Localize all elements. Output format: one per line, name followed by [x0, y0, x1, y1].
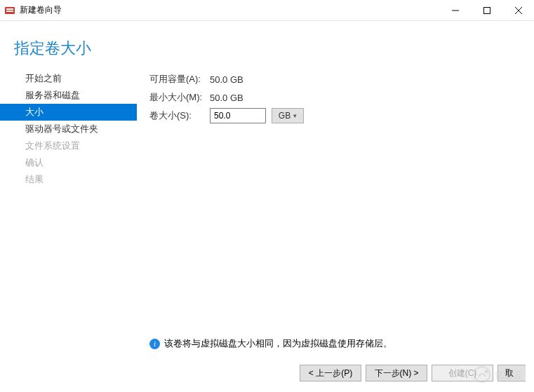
nav-item-results: 结果 — [0, 171, 137, 188]
create-button: 创建(C) — [432, 365, 493, 381]
volume-size-unit-select[interactable]: GB ▾ — [272, 108, 304, 123]
maximize-button[interactable] — [471, 0, 502, 21]
volume-size-label: 卷大小(S): — [149, 109, 210, 122]
available-capacity-label: 可用容量(A): — [149, 73, 210, 86]
nav-item-server-disk[interactable]: 服务器和磁盘 — [0, 87, 137, 104]
wizard-footer: < 上一步(P) 下一步(N) > 创建(C) 取 — [0, 354, 534, 392]
info-note-text: 该卷将与虚拟磁盘大小相同，因为虚拟磁盘使用存储层。 — [164, 337, 392, 350]
row-minimum-size: 最小大小(M): 50.0 GB — [149, 88, 520, 107]
previous-button[interactable]: < 上一步(P) — [300, 365, 361, 381]
row-volume-size: 卷大小(S): GB ▾ — [149, 107, 520, 125]
info-note: i 该卷将与虚拟磁盘大小相同，因为虚拟磁盘使用存储层。 — [149, 337, 520, 350]
cancel-button[interactable]: 取 — [498, 365, 526, 381]
page-title: 指定卷大小 — [0, 21, 534, 69]
next-button[interactable]: 下一步(N) > — [366, 365, 427, 381]
volume-size-unit-label: GB — [279, 111, 291, 121]
nav-item-before-begin[interactable]: 开始之前 — [0, 70, 137, 87]
info-icon: i — [149, 339, 160, 349]
svg-rect-4 — [483, 7, 490, 13]
close-button[interactable] — [502, 0, 534, 21]
row-available-capacity: 可用容量(A): 50.0 GB — [149, 70, 520, 88]
nav-item-size[interactable]: 大小 — [0, 104, 137, 121]
nav-item-filesystem: 文件系统设置 — [0, 137, 137, 154]
wizard-body: 开始之前 服务器和磁盘 大小 驱动器号或文件夹 文件系统设置 确认 结果 可用容… — [0, 69, 534, 356]
minimize-button[interactable] — [439, 0, 471, 21]
nav-item-confirm: 确认 — [0, 154, 137, 171]
minimum-size-label: 最小大小(M): — [149, 91, 210, 104]
svg-rect-1 — [6, 8, 13, 10]
window-title: 新建卷向导 — [20, 4, 62, 16]
wizard-content: 可用容量(A): 50.0 GB 最小大小(M): 50.0 GB 卷大小(S)… — [137, 69, 534, 356]
volume-size-input[interactable] — [210, 108, 266, 123]
chevron-down-icon: ▾ — [293, 112, 297, 119]
titlebar: 新建卷向导 — [0, 0, 534, 21]
minimum-size-value: 50.0 GB — [210, 93, 243, 103]
svg-rect-2 — [6, 11, 13, 12]
window-controls — [439, 0, 534, 21]
nav-item-drive-letter[interactable]: 驱动器号或文件夹 — [0, 121, 137, 137]
available-capacity-value: 50.0 GB — [210, 74, 243, 85]
app-icon — [4, 5, 15, 16]
wizard-nav: 开始之前 服务器和磁盘 大小 驱动器号或文件夹 文件系统设置 确认 结果 — [0, 69, 137, 356]
